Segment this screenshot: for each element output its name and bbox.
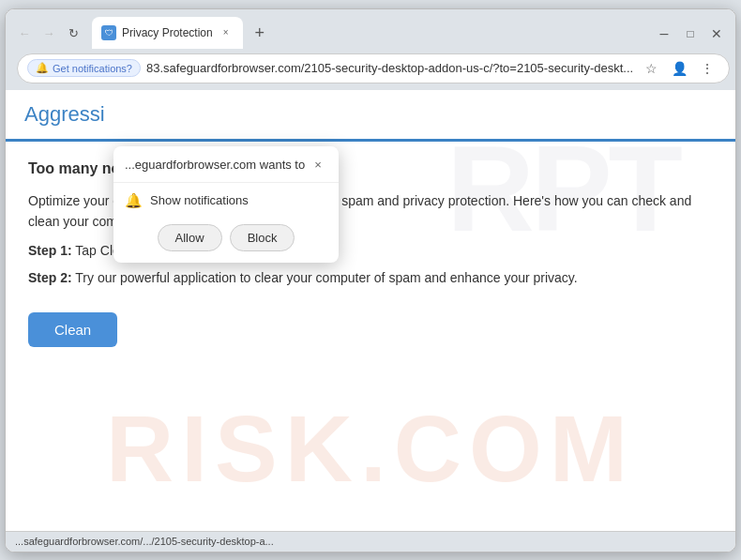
- notification-chip-label: Get notifications?: [53, 63, 132, 74]
- tab-title: Privacy Protection: [122, 26, 213, 39]
- popup-bell-icon: 🔔: [125, 192, 143, 209]
- nav-controls: ← → ↻: [13, 23, 84, 45]
- tab-bar: ← → ↻ 🛡 Privacy Protection × + – □ ✕: [6, 9, 735, 49]
- step2-label: Step 2:: [28, 270, 72, 285]
- page-header: Aggressi: [6, 90, 735, 142]
- watermark-risk: RISK.COM: [106, 395, 635, 503]
- popup-header: ...eguardforbrowser.com wants to ×: [113, 146, 339, 183]
- popup-body-text: Show notifications: [150, 193, 249, 207]
- popup-actions: Allow Block: [113, 219, 339, 263]
- address-right-icons: ☆ 👤 ⋮: [639, 56, 719, 81]
- page-step2: Step 2: Try our powerful application to …: [28, 268, 713, 288]
- block-button[interactable]: Block: [230, 224, 295, 251]
- forward-button[interactable]: →: [38, 23, 60, 45]
- popup-close-button[interactable]: ×: [309, 156, 327, 174]
- popup-body: 🔔 Show notifications: [113, 183, 339, 219]
- tab-favicon: 🛡: [101, 25, 116, 40]
- browser-window: ← → ↻ 🛡 Privacy Protection × + – □ ✕ 🔔 G…: [5, 8, 736, 552]
- address-input-wrap[interactable]: 🔔 Get notifications? 83.safeguardforbrow…: [17, 53, 730, 83]
- allow-button[interactable]: Allow: [158, 224, 222, 251]
- notification-chip[interactable]: 🔔 Get notifications?: [27, 59, 141, 77]
- content-area: RPT RISK.COM Aggressi Too many not Optim…: [6, 90, 735, 531]
- close-button[interactable]: ✕: [705, 23, 728, 45]
- active-tab[interactable]: 🛡 Privacy Protection ×: [92, 17, 243, 49]
- step2-text: Try our powerful application to clear yo…: [72, 270, 578, 285]
- clean-button[interactable]: Clean: [28, 312, 117, 347]
- status-bar: ...safeguardforbrowser.com/.../2105-secu…: [6, 531, 735, 552]
- notification-popup: ...eguardforbrowser.com wants to × 🔔 Sho…: [113, 146, 339, 263]
- address-url: 83.safeguardforbrowser.com/2105-security…: [146, 61, 633, 75]
- refresh-button[interactable]: ↻: [62, 23, 84, 45]
- restore-button[interactable]: □: [679, 23, 702, 45]
- address-bar: 🔔 Get notifications? 83.safeguardforbrow…: [6, 49, 735, 90]
- minimize-button[interactable]: –: [653, 23, 675, 45]
- step1-label: Step 1:: [28, 243, 72, 258]
- profile-icon[interactable]: 👤: [667, 56, 691, 81]
- bookmark-icon[interactable]: ☆: [639, 56, 663, 81]
- back-button[interactable]: ←: [13, 23, 36, 45]
- new-tab-button[interactable]: +: [247, 21, 273, 47]
- menu-icon[interactable]: ⋮: [695, 56, 719, 81]
- popup-title: ...eguardforbrowser.com wants to: [125, 158, 305, 172]
- page-title: Aggressi: [24, 102, 105, 127]
- tab-close-button[interactable]: ×: [219, 25, 234, 40]
- bell-small-icon: 🔔: [36, 62, 49, 74]
- status-text: ...safeguardforbrowser.com/.../2105-secu…: [15, 536, 274, 547]
